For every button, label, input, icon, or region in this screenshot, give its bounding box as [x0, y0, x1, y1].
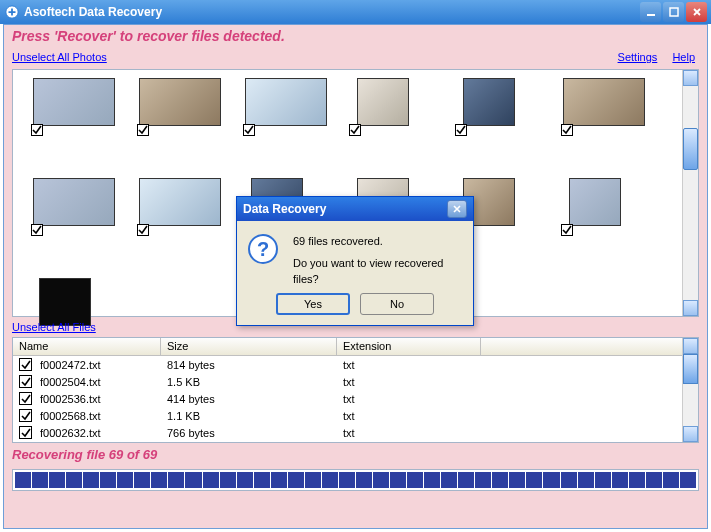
photo-item[interactable]: [23, 176, 129, 276]
question-icon: ?: [247, 233, 279, 265]
dialog-buttons: Yes No: [237, 293, 473, 315]
thumbnails-scrollbar[interactable]: [682, 70, 698, 316]
dialog-titlebar: Data Recovery: [237, 197, 473, 221]
settings-link[interactable]: Settings: [618, 51, 658, 63]
photo-checkbox[interactable]: [137, 224, 149, 236]
photo-item[interactable]: [447, 76, 553, 176]
svg-rect-2: [670, 8, 678, 16]
dialog-close-button[interactable]: [447, 200, 467, 218]
maximize-button[interactable]: [663, 2, 684, 22]
app-icon: [4, 4, 20, 20]
file-checkbox[interactable]: [19, 392, 32, 405]
photo-checkbox[interactable]: [349, 124, 361, 136]
file-checkbox[interactable]: [19, 426, 32, 439]
scroll-up-button[interactable]: [683, 70, 698, 86]
file-ext: txt: [337, 359, 481, 371]
unselect-all-files-link[interactable]: Unselect All Files: [12, 321, 96, 333]
column-blank[interactable]: [481, 338, 698, 355]
file-checkbox[interactable]: [19, 375, 32, 388]
files-header: Name Size Extension: [13, 338, 698, 356]
file-name: f0002536.txt: [34, 393, 161, 405]
instruction-text: Press 'Recover' to recover files detecte…: [4, 25, 707, 47]
file-row[interactable]: f0002504.txt 1.5 KB txt: [13, 373, 682, 390]
column-size[interactable]: Size: [161, 338, 337, 355]
file-name: f0002568.txt: [34, 410, 161, 422]
file-size: 766 bytes: [161, 427, 337, 439]
minimize-button[interactable]: [640, 2, 661, 22]
photo-checkbox[interactable]: [243, 124, 255, 136]
file-size: 814 bytes: [161, 359, 337, 371]
photo-item[interactable]: [129, 76, 235, 176]
file-ext: txt: [337, 427, 481, 439]
file-name: f0002632.txt: [34, 427, 161, 439]
photo-item[interactable]: [235, 76, 341, 176]
file-row[interactable]: f0002536.txt 414 bytes txt: [13, 390, 682, 407]
close-button[interactable]: [686, 2, 707, 22]
photo-checkbox[interactable]: [561, 224, 573, 236]
files-scrollbar[interactable]: [682, 338, 698, 442]
file-checkbox[interactable]: [19, 358, 32, 371]
no-button[interactable]: No: [360, 293, 434, 315]
photo-checkbox[interactable]: [31, 224, 43, 236]
scrollbar-thumb[interactable]: [683, 128, 698, 170]
scrollbar-thumb[interactable]: [683, 354, 698, 384]
help-link[interactable]: Help: [672, 51, 695, 63]
confirmation-dialog: Data Recovery ? 69 files recovered. Do y…: [236, 196, 474, 326]
photo-checkbox[interactable]: [455, 124, 467, 136]
files-panel: Name Size Extension f0002472.txt 814 byt…: [12, 337, 699, 443]
photo-item[interactable]: [553, 176, 659, 276]
unselect-all-files-row: Unselect All Files: [12, 321, 96, 333]
file-row[interactable]: f0002632.txt 766 bytes txt: [13, 424, 682, 441]
column-name[interactable]: Name: [13, 338, 161, 355]
file-ext: txt: [337, 376, 481, 388]
file-name: f0002472.txt: [34, 359, 161, 371]
scroll-down-button[interactable]: [683, 426, 698, 442]
column-extension[interactable]: Extension: [337, 338, 481, 355]
files-body: f0002472.txt 814 bytes txt f0002504.txt …: [13, 356, 682, 442]
scroll-up-button[interactable]: [683, 338, 698, 354]
status-text: Recovering file 69 of 69: [12, 447, 157, 462]
svg-text:?: ?: [257, 238, 269, 260]
file-size: 1.5 KB: [161, 376, 337, 388]
progress-bar: [12, 469, 699, 491]
file-row[interactable]: f0002568.txt 1.1 KB txt: [13, 407, 682, 424]
window-title: Asoftech Data Recovery: [24, 5, 638, 19]
file-ext: txt: [337, 410, 481, 422]
file-row[interactable]: f0002472.txt 814 bytes txt: [13, 356, 682, 373]
photo-item[interactable]: [341, 76, 447, 176]
titlebar: Asoftech Data Recovery: [0, 0, 711, 24]
yes-button[interactable]: Yes: [276, 293, 350, 315]
photo-checkbox[interactable]: [137, 124, 149, 136]
file-size: 414 bytes: [161, 393, 337, 405]
photo-checkbox[interactable]: [31, 124, 43, 136]
photo-item[interactable]: [129, 176, 235, 276]
unselect-all-photos-link[interactable]: Unselect All Photos: [12, 51, 107, 63]
dialog-title: Data Recovery: [243, 202, 447, 216]
file-ext: txt: [337, 393, 481, 405]
scroll-down-button[interactable]: [683, 300, 698, 316]
file-size: 1.1 KB: [161, 410, 337, 422]
photo-item[interactable]: [553, 76, 659, 176]
file-checkbox[interactable]: [19, 409, 32, 422]
dialog-line1: 69 files recovered.: [293, 233, 463, 249]
dialog-line2: Do you want to view recovered files?: [293, 255, 463, 287]
file-name: f0002504.txt: [34, 376, 161, 388]
dialog-text: 69 files recovered. Do you want to view …: [293, 233, 463, 287]
photo-item[interactable]: [23, 76, 129, 176]
links-row: Unselect All Photos Settings Help: [12, 51, 695, 67]
photo-checkbox[interactable]: [561, 124, 573, 136]
svg-rect-1: [647, 14, 655, 16]
